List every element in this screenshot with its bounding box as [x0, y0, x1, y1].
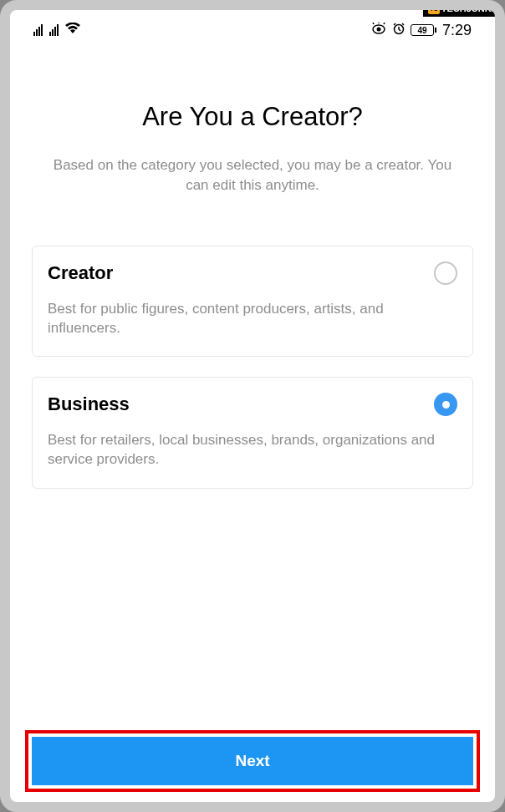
option-business-header: Business [48, 393, 457, 416]
alarm-icon [392, 22, 406, 38]
status-time: 7:29 [442, 22, 472, 39]
content-area: Are You a Creator? Based on the category… [10, 43, 495, 489]
radio-creator[interactable] [434, 261, 457, 285]
watermark-label: TECHJUNKIE [441, 3, 500, 13]
next-button-highlight: Next [25, 730, 480, 792]
next-button[interactable]: Next [32, 737, 473, 785]
option-business-description: Best for retailers, local businesses, br… [48, 431, 457, 469]
option-creator-title: Creator [48, 262, 113, 284]
phone-frame: TJ TECHJUNKIE 49 7:29 Are You a [0, 0, 505, 812]
signal-icon-2 [49, 24, 59, 36]
page-title: Are You a Creator? [32, 102, 473, 132]
wifi-icon [65, 23, 80, 38]
option-business-title: Business [48, 393, 130, 415]
page-subtitle: Based on the category you selected, you … [32, 155, 473, 195]
battery-icon: 49 [411, 24, 434, 36]
svg-point-1 [376, 28, 380, 32]
option-creator-description: Best for public figures, content produce… [48, 300, 457, 338]
watermark: TJ TECHJUNKIE [423, 0, 505, 17]
option-creator-header: Creator [48, 261, 457, 285]
option-creator[interactable]: Creator Best for public figures, content… [32, 246, 473, 358]
signal-icon-1 [33, 24, 43, 36]
option-business[interactable]: Business Best for retailers, local busin… [32, 377, 473, 489]
status-left [33, 23, 80, 38]
watermark-icon: TJ [428, 3, 440, 14]
radio-business[interactable] [434, 393, 457, 416]
eye-icon [370, 23, 387, 38]
status-right: 49 7:29 [370, 22, 472, 39]
